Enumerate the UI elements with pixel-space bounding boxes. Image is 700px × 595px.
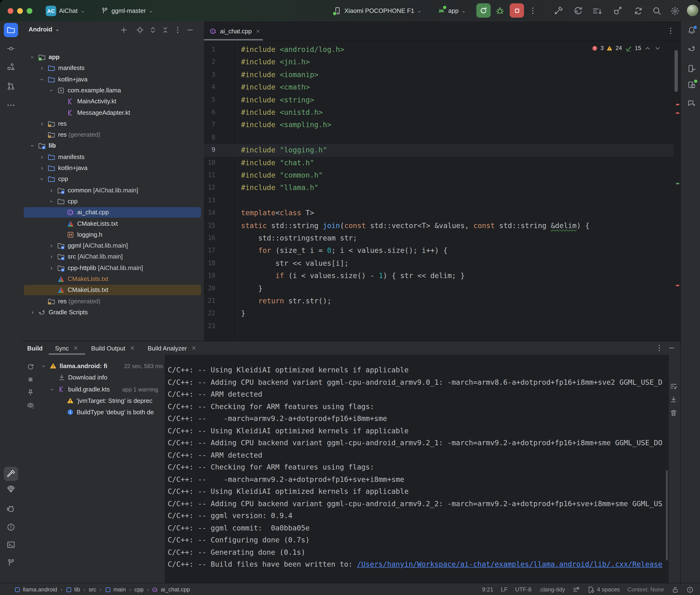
minimize-window-button[interactable]: [17, 8, 23, 13]
chevron-expanded-icon[interactable]: ›: [27, 54, 38, 60]
tree-item-mainactivity-kt[interactable]: MainActivity.kt: [22, 96, 204, 107]
code-line[interactable]: #include <iomanip>: [241, 68, 318, 81]
error-stripe-mark[interactable]: [676, 112, 679, 114]
tree-item-cpp[interactable]: ›cpp: [22, 174, 204, 185]
vcs-branch-widget[interactable]: ggml-master ⌄: [101, 0, 153, 22]
code-line[interactable]: #include <android/log.h>: [241, 43, 344, 56]
console-scrollbar-thumb[interactable]: [666, 470, 668, 561]
breadcrumb-item[interactable]: src: [89, 586, 96, 593]
sync-project-button[interactable]: [634, 6, 643, 16]
tree-item-ai-chat-cpp[interactable]: Cai_chat.cpp: [22, 207, 204, 218]
code-line[interactable]: #include <unistd.h>: [241, 106, 323, 119]
soft-wrap-icon[interactable]: [670, 382, 677, 390]
chevron-collapsed-icon[interactable]: ›: [49, 263, 54, 273]
chevron-collapsed-icon[interactable]: ›: [49, 185, 54, 196]
code-line[interactable]: return str.str();: [241, 295, 331, 307]
settings-button[interactable]: [670, 6, 680, 16]
build-tree-item[interactable]: 'jvmTarget: String' is deprec: [41, 396, 165, 406]
code-line[interactable]: if (i < values.size() - 1) { str << deli…: [241, 270, 465, 282]
tree-item-cmakelists-txt[interactable]: CMakeLists.txt: [22, 285, 204, 295]
debug-button[interactable]: [496, 6, 504, 15]
tree-item-res[interactable]: res (generated): [22, 130, 204, 140]
app-quality-insights-button[interactable]: [7, 485, 15, 493]
change-stripe-mark[interactable]: [676, 183, 679, 184]
close-tab-icon[interactable]: [255, 28, 260, 34]
gemini-button[interactable]: [688, 99, 696, 108]
version-control-button[interactable]: [7, 559, 15, 567]
device-selector[interactable]: Xiaomi POCOPHONE F1 ⌄: [333, 0, 422, 22]
error-stripe-mark[interactable]: [676, 104, 679, 105]
logcat-button[interactable]: [7, 505, 15, 513]
chevron-collapsed-icon[interactable]: ›: [39, 152, 45, 162]
close-window-button[interactable]: [8, 8, 13, 13]
chevron-expanded-icon[interactable]: ›: [46, 199, 57, 204]
terminal-button[interactable]: [7, 540, 15, 549]
lock-icon[interactable]: [672, 586, 679, 593]
console-link[interactable]: /Users/hanyin/Workspace/ai-chat/examples…: [357, 560, 662, 569]
tab-build-output[interactable]: Build Output: [91, 341, 135, 355]
chevron-collapsed-icon[interactable]: ›: [49, 252, 54, 262]
chevron-collapsed-icon[interactable]: ›: [49, 240, 54, 251]
next-issue-icon[interactable]: [654, 45, 661, 52]
code-line[interactable]: #include "logging.h": [241, 144, 327, 157]
code-line[interactable]: #include <jni.h>: [241, 56, 310, 68]
restart-sync-icon[interactable]: [27, 363, 34, 370]
close-icon[interactable]: [191, 345, 197, 351]
panel-options-icon[interactable]: [174, 26, 181, 34]
collapse-all-icon[interactable]: [162, 26, 169, 34]
code-line[interactable]: #include <sampling.h>: [241, 119, 331, 132]
structure-tool-button[interactable]: [7, 62, 15, 71]
zoom-window-button[interactable]: [27, 8, 32, 13]
code-line[interactable]: str << values[i];: [241, 257, 349, 270]
tree-item-src[interactable]: ›src [AiChat.lib.main]: [22, 252, 204, 262]
caret-position[interactable]: 9:21: [482, 586, 493, 593]
build-console[interactable]: C/C++: -- Using KleidiAI optimized kerne…: [165, 355, 669, 583]
tree-item-lib[interactable]: ›lib: [22, 141, 204, 151]
clear-console-icon[interactable]: [670, 409, 677, 417]
pin-tab-icon[interactable]: [27, 389, 34, 396]
chevron-collapsed-icon[interactable]: ›: [39, 119, 45, 129]
tree-item-app[interactable]: ›app: [22, 52, 204, 62]
code-line[interactable]: }: [241, 282, 262, 295]
gradle-tool-button[interactable]: [688, 44, 696, 53]
locate-file-icon[interactable]: [136, 26, 144, 34]
line-ending[interactable]: LF: [501, 586, 508, 593]
tree-item-cmakelists-txt[interactable]: CMakeLists.txt: [22, 218, 204, 229]
rerun-button[interactable]: [476, 3, 491, 18]
build-tree-item[interactable]: ›build.gradle.ktsapp 1 warning: [41, 384, 165, 395]
search-everywhere-button[interactable]: [652, 6, 662, 16]
close-icon[interactable]: [130, 345, 135, 351]
tree-item-res[interactable]: res (generated): [22, 296, 204, 306]
build-tool-button[interactable]: [4, 467, 18, 481]
tree-item-kotlin-java[interactable]: ›kotlin+java: [22, 163, 204, 173]
breadcrumb-item[interactable]: main: [105, 586, 126, 593]
chevron-expanded-icon[interactable]: ›: [37, 176, 47, 182]
tree-item-manifests[interactable]: ›manifests: [22, 63, 204, 74]
tree-item-res[interactable]: ›res: [22, 119, 204, 129]
previous-issue-icon[interactable]: [644, 45, 651, 52]
build-tree-item[interactable]: Download info: [41, 372, 165, 383]
pull-requests-tool-button[interactable]: [7, 82, 15, 90]
commit-tool-button[interactable]: [7, 44, 15, 53]
code-line[interactable]: for (size_t i = 0; i < values.size(); i+…: [241, 245, 448, 257]
chevron-expanded-icon[interactable]: ›: [37, 77, 47, 82]
chevron-expanded-icon[interactable]: ›: [46, 88, 57, 93]
problems-button[interactable]: [7, 523, 15, 532]
add-icon[interactable]: [120, 26, 128, 34]
tree-item-cmakelists-txt[interactable]: CMakeLists.txt: [22, 274, 204, 284]
code-line[interactable]: #include "common.h": [241, 169, 323, 182]
code-line[interactable]: #include "llama.h": [241, 182, 318, 194]
formatter-icon[interactable]: [573, 586, 580, 593]
chevron-expanded-icon[interactable]: ›: [41, 363, 49, 369]
tree-item-manifests[interactable]: ›manifests: [22, 152, 204, 162]
build-hammer-button[interactable]: [554, 6, 563, 16]
breadcrumb[interactable]: llama.android›lib›src›main›cpp›Cai_chat.…: [14, 583, 190, 595]
tree-item-common[interactable]: ›common [AiChat.lib.main]: [22, 185, 204, 196]
tree-item-com-example-llama[interactable]: ›com.example.llama: [22, 85, 204, 96]
hide-panel-icon[interactable]: [186, 26, 194, 34]
chevron-expanded-icon[interactable]: ›: [27, 143, 38, 149]
apply-changes-button[interactable]: A: [573, 6, 583, 16]
chevron-collapsed-icon[interactable]: ›: [30, 307, 35, 318]
code-line[interactable]: std::ostringstream str;: [241, 232, 357, 245]
editor-tab[interactable]: C ai_chat.cpp: [204, 22, 266, 40]
